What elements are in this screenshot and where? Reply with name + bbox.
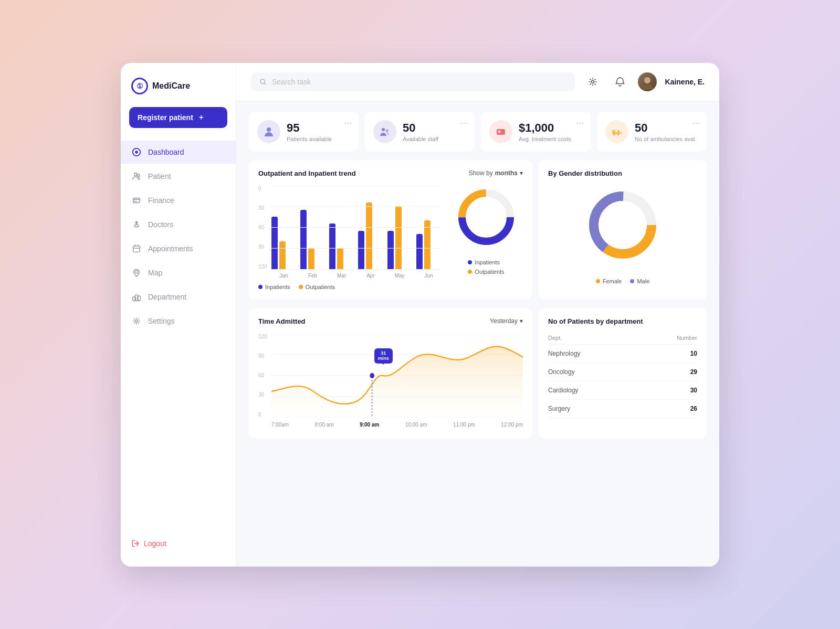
legend-outpatients: Outpatients: [468, 269, 504, 275]
gender-chart-card: By Gender distribution Female: [539, 160, 707, 300]
stat-info: 50 No of ambulancies aval.: [635, 121, 696, 142]
time-chart-title: Time Admitted: [258, 317, 306, 325]
stat-menu-button[interactable]: ⋯: [576, 118, 584, 128]
svg-rect-6: [133, 246, 140, 252]
dept-title: No of Patients by department: [548, 317, 697, 325]
bar-outpatient: [279, 241, 286, 269]
sidebar-item-label: Doctors: [148, 220, 173, 229]
svg-rect-20: [498, 131, 500, 133]
sidebar-item-patient[interactable]: Patient: [121, 165, 236, 188]
app-name: MediCare: [152, 81, 190, 91]
register-patient-button[interactable]: Register patient ＋: [129, 107, 227, 128]
doctors-icon: [131, 219, 142, 230]
stat-value: 95: [287, 121, 332, 135]
staff-icon-wrap: [373, 120, 396, 143]
female-label: Female: [603, 278, 622, 284]
stat-card-costs: $1,000 Avg. treatment costs ⋯: [481, 112, 591, 152]
bar-outpatient: [337, 248, 343, 269]
legend-inpatients: Inpatients: [258, 284, 290, 290]
bar-outpatient: [424, 220, 430, 269]
sidebar-item-dashboard[interactable]: Dashboard: [121, 141, 236, 164]
bar-outpatient: [395, 206, 402, 269]
settings-header-button[interactable]: [583, 72, 602, 91]
legend-female: Female: [596, 278, 622, 284]
patient-icon: [131, 171, 142, 182]
sidebar-item-department[interactable]: Department: [121, 285, 236, 308]
sidebar-item-label: Settings: [148, 317, 175, 325]
logout-label: Logout: [144, 539, 166, 548]
svg-rect-22: [620, 132, 622, 134]
stat-label: Available staff: [403, 136, 438, 142]
legend-inpatients: Inpatients: [468, 259, 504, 265]
department-icon: [131, 292, 142, 302]
nav-menu: Dashboard Patient Finance Doctors: [121, 141, 236, 531]
dept-col-header: Dept.: [548, 332, 639, 345]
inpatients-dot: [258, 285, 262, 289]
inpatient-donut: Inpatients Outpatients: [449, 186, 523, 275]
dept-card: No of Patients by department Dept. Numbe…: [539, 308, 707, 439]
bar-y-axis: 120 90 60 30 0: [258, 186, 267, 270]
settings-icon: [131, 316, 142, 326]
stat-card-staff: 50 Available staff ⋯: [365, 112, 475, 152]
plus-icon: ＋: [197, 113, 205, 122]
svg-rect-21: [612, 130, 620, 134]
logo-icon: ①: [131, 78, 148, 94]
bar-outpatient: [308, 248, 314, 269]
time-filter-button[interactable]: Yesterday ▾: [490, 317, 523, 325]
number-col-header: Number: [639, 332, 697, 345]
male-label: Male: [637, 278, 649, 284]
logo-area: ① MediCare: [121, 78, 236, 107]
time-chart-svg: [271, 334, 523, 418]
notifications-button[interactable]: [611, 72, 629, 91]
bar-x-axis: Jan Feb Mar Apr May Jun: [271, 273, 441, 279]
sidebar-item-map[interactable]: Map: [121, 261, 236, 284]
stat-info: 50 Available staff: [403, 121, 438, 142]
time-chart-area: 31 mins: [271, 334, 523, 429]
stat-label: Patients available: [287, 136, 332, 142]
search-bar[interactable]: Search task: [251, 72, 575, 91]
stat-value: 50: [635, 121, 696, 135]
finance-icon: [131, 195, 142, 206]
sidebar-item-label: Finance: [148, 196, 174, 205]
sidebar-item-label: Department: [148, 293, 186, 301]
sidebar-item-appointments[interactable]: Appointments: [121, 237, 236, 260]
svg-point-15: [644, 77, 650, 83]
bar-group-jun: [416, 220, 441, 269]
outpatient-dot: [468, 270, 472, 274]
sidebar-item-finance[interactable]: Finance: [121, 189, 236, 212]
bars-container: [271, 186, 441, 270]
sidebar-item-doctors[interactable]: Doctors: [121, 213, 236, 236]
stat-cards: 95 Patients available ⋯ 50 Available sta…: [249, 112, 707, 152]
dept-name: Surgery: [548, 399, 639, 418]
stat-menu-button[interactable]: ⋯: [692, 118, 700, 128]
trend-filter-button[interactable]: Show by months ▾: [469, 169, 523, 177]
time-chart-header: Time Admitted Yesterday ▾: [258, 317, 523, 325]
stat-menu-button[interactable]: ⋯: [460, 118, 468, 128]
ambulances-icon-wrap: [605, 120, 628, 143]
bar-group-jan: [271, 217, 296, 269]
user-name: Kainene, E.: [665, 78, 705, 86]
female-dot: [596, 279, 600, 283]
appointments-icon: [131, 243, 142, 254]
bar-group-feb: [300, 210, 325, 269]
stat-menu-button[interactable]: ⋯: [344, 118, 352, 128]
svg-point-16: [267, 127, 271, 132]
trend-chart-title: Outpatient and Inpatient trend: [258, 169, 356, 177]
stat-card-ambulances: 50 No of ambulancies aval. ⋯: [597, 112, 707, 152]
gender-donut-svg: [583, 186, 662, 264]
sidebar-item-settings[interactable]: Settings: [121, 310, 236, 333]
dept-number: 10: [639, 344, 697, 363]
logout-button[interactable]: Logout: [121, 531, 236, 556]
gender-chart-header: By Gender distribution: [548, 169, 697, 177]
dept-number: 26: [639, 399, 697, 418]
svg-rect-19: [497, 129, 505, 135]
stat-label: Avg. treatment costs: [519, 136, 571, 142]
inpatient-dot: [468, 260, 472, 264]
avatar: [638, 72, 657, 91]
trend-chart-card: Outpatient and Inpatient trend Show by m…: [249, 160, 532, 300]
stat-info: 95 Patients available: [287, 121, 332, 142]
outpatient-donut-label: Outpatients: [475, 269, 504, 275]
dept-table: Dept. Number Nephrology10Oncology29Cardi…: [548, 332, 697, 418]
stat-info: $1,000 Avg. treatment costs: [519, 121, 571, 142]
legend-male: Male: [630, 278, 649, 284]
